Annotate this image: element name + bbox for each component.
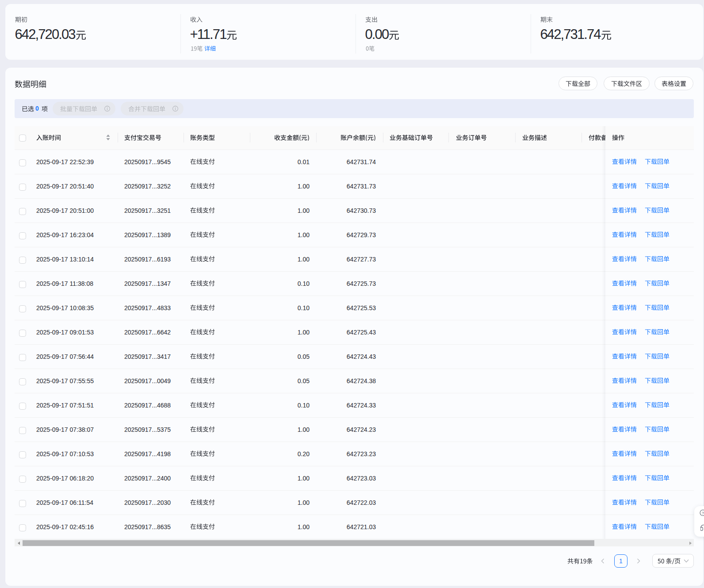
- svg-text:?: ?: [702, 510, 704, 515]
